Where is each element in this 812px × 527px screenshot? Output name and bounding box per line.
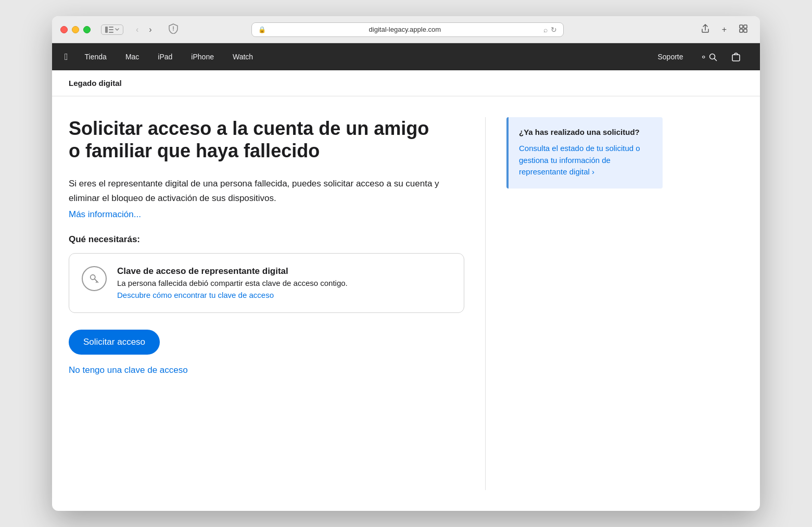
maximize-button[interactable] [83,26,91,33]
content-right: ¿Ya has realizado una solicitud? Consult… [506,117,663,490]
reload-icon[interactable]: ↻ [551,26,557,34]
apple-logo[interactable]:  [65,43,75,70]
svg-rect-2 [109,29,113,30]
page-header: Legado digital [52,70,760,96]
nav-iphone[interactable]: iPhone [182,43,223,70]
close-button[interactable] [60,26,68,33]
forward-button[interactable]: › [145,23,156,36]
requirement-card: Clave de acceso de representante digital… [69,253,464,313]
svg-rect-7 [744,29,747,32]
svg-rect-5 [744,25,747,28]
translate-icon[interactable]: ⌕ [543,26,548,34]
browser-window: ‹ › 🔒 digital-legacy.apple.com ⌕ ↻ [52,16,760,511]
sidebar-toggle-button[interactable] [101,24,123,35]
more-info-link[interactable]: Más información... [69,209,141,220]
nav-buttons: ‹ › [132,23,156,36]
secondary-link[interactable]: No tengo una clave de acceso [69,365,464,375]
share-button[interactable] [697,22,714,37]
nav-watch[interactable]: Watch [223,43,262,70]
svg-rect-6 [740,29,743,32]
url-text: digital-legacy.apple.com [270,26,539,33]
search-icon[interactable]: ⚬ [693,52,725,62]
req-desc: La persona fallecida debió compartir est… [117,279,451,287]
lock-icon: 🔒 [258,26,266,33]
svg-rect-0 [105,27,108,33]
vertical-divider [485,117,486,490]
sidebar-card-title: ¿Ya has realizado una solicitud? [519,128,652,136]
url-actions: ⌕ ↻ [543,26,557,34]
content-left: Solicitar acceso a la cuenta de un amigo… [69,117,464,490]
key-icon [82,266,107,291]
nav-mac[interactable]: Mac [116,43,148,70]
page-breadcrumb: Legado digital [69,79,743,87]
req-title: Clave de acceso de representante digital [117,266,451,277]
section-label: Qué necesitarás: [69,234,464,245]
shield-button[interactable] [164,21,182,37]
nav-soporte[interactable]: Soporte [649,43,693,70]
new-tab-button[interactable]: + [718,23,731,36]
svg-rect-4 [740,25,743,28]
nav-tienda[interactable]: Tienda [75,43,116,70]
svg-rect-3 [109,32,113,33]
svg-rect-9 [732,55,740,61]
apple-nav:  Tienda Mac iPad iPhone Watch Soporte ⚬ [52,43,760,70]
traffic-lights [60,26,91,33]
req-content: Clave de acceso de representante digital… [117,266,451,300]
sidebar-card-link[interactable]: Consulta el estado de tu solicitud o ges… [519,144,640,176]
req-link[interactable]: Descubre cómo encontrar tu clave de acce… [117,291,274,299]
page-title: Solicitar acceso a la cuenta de un amigo… [69,117,464,162]
main-content: Solicitar acceso a la cuenta de un amigo… [52,96,760,511]
intro-text: Si eres el representante digital de una … [69,177,464,205]
tabs-button[interactable] [735,22,752,37]
url-bar[interactable]: 🔒 digital-legacy.apple.com ⌕ ↻ [251,22,564,37]
svg-rect-1 [109,27,113,28]
title-bar: ‹ › 🔒 digital-legacy.apple.com ⌕ ↻ [52,16,760,43]
bag-icon[interactable] [725,52,747,62]
cta-button[interactable]: Solicitar acceso [69,330,160,355]
minimize-button[interactable] [72,26,79,33]
nav-ipad[interactable]: iPad [148,43,182,70]
sidebar-card: ¿Ya has realizado una solicitud? Consult… [506,117,663,189]
toolbar-right: + [697,22,752,37]
back-button[interactable]: ‹ [132,23,143,36]
